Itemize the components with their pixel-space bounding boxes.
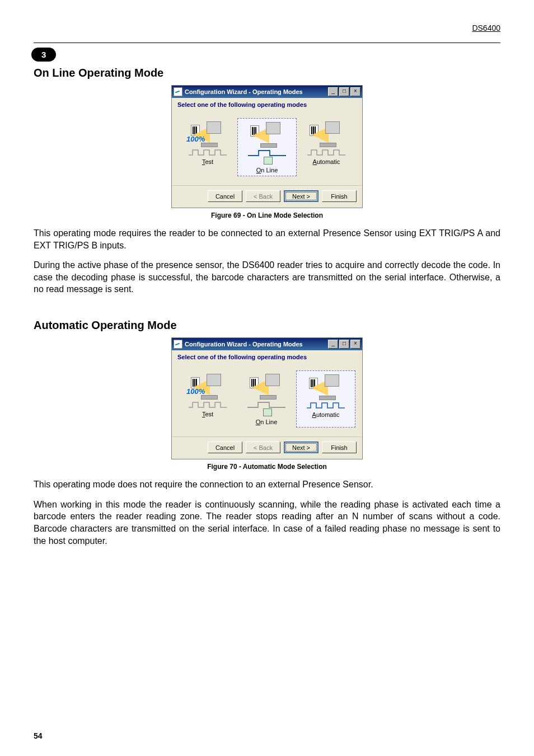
test-percent: 100% bbox=[186, 135, 205, 143]
mode-label-online: On Line bbox=[239, 167, 295, 173]
maximize-button[interactable]: □ bbox=[339, 87, 349, 96]
back-button[interactable]: < Back bbox=[246, 442, 280, 453]
page-number: 54 bbox=[34, 731, 43, 740]
mode-label-online: On Line bbox=[238, 419, 294, 425]
wizard-subtitle: Select one of the following operating mo… bbox=[177, 354, 357, 360]
finish-button[interactable]: Finish bbox=[322, 190, 357, 202]
section2-para1: This operating mode does not require the… bbox=[34, 478, 500, 491]
wizard-automatic: Configuration Wizard - Operating Modes _… bbox=[171, 337, 363, 459]
cancel-button[interactable]: Cancel bbox=[208, 442, 242, 453]
mode-option-automatic[interactable]: Automatic bbox=[297, 118, 355, 176]
mode-label-test: Test bbox=[180, 158, 236, 165]
mode-option-automatic[interactable]: Automatic bbox=[296, 370, 355, 428]
wizard-online: Configuration Wizard - Operating Modes _… bbox=[171, 85, 363, 208]
section-automatic-title: Automatic Operating Mode bbox=[34, 319, 500, 332]
chapter-badge: 3 bbox=[31, 48, 56, 62]
sensor-icon bbox=[263, 408, 272, 416]
pulse-icon bbox=[247, 401, 286, 408]
wizard-subtitle: Select one of the following operating mo… bbox=[177, 101, 357, 108]
wizard-titlebar: Configuration Wizard - Operating Modes _… bbox=[172, 86, 362, 98]
wizard-title: Configuration Wizard - Operating Modes bbox=[185, 88, 327, 95]
figure-70-caption: Figure 70 - Automatic Mode Selection bbox=[34, 463, 500, 471]
wizard-titlebar: Configuration Wizard - Operating Modes _… bbox=[172, 338, 362, 350]
finish-button[interactable]: Finish bbox=[322, 442, 357, 453]
pulse-icon bbox=[307, 148, 346, 156]
figure-69: Configuration Wizard - Operating Modes _… bbox=[34, 85, 500, 219]
app-icon bbox=[174, 340, 182, 349]
close-button[interactable]: × bbox=[350, 340, 360, 349]
wizard-title: Configuration Wizard - Operating Modes bbox=[185, 341, 327, 348]
pulse-icon bbox=[188, 148, 227, 156]
pulse-icon bbox=[188, 401, 227, 408]
minimize-button[interactable]: _ bbox=[328, 87, 338, 96]
next-button[interactable]: Next > bbox=[284, 190, 318, 202]
next-button[interactable]: Next > bbox=[284, 442, 318, 453]
mode-option-test[interactable]: 100% Test bbox=[179, 370, 237, 428]
test-percent: 100% bbox=[186, 387, 205, 396]
mode-label-test: Test bbox=[180, 411, 236, 417]
figure-70: Configuration Wizard - Operating Modes _… bbox=[34, 337, 500, 471]
figure-69-caption: Figure 69 - On Line Mode Selection bbox=[34, 212, 500, 219]
pulse-icon bbox=[306, 401, 345, 409]
back-button[interactable]: < Back bbox=[246, 190, 280, 202]
header-rule: 3 bbox=[34, 43, 500, 43]
close-button[interactable]: × bbox=[350, 87, 360, 96]
section1-para2: During the active phase of the presence … bbox=[34, 259, 500, 295]
mode-option-online[interactable]: On Line bbox=[237, 118, 297, 176]
doc-model: DS6400 bbox=[472, 24, 500, 32]
minimize-button[interactable]: _ bbox=[328, 340, 338, 349]
mode-option-test[interactable]: 100% Test bbox=[179, 118, 237, 176]
mode-label-automatic: Automatic bbox=[298, 158, 354, 165]
maximize-button[interactable]: □ bbox=[339, 340, 349, 349]
pulse-icon bbox=[247, 149, 287, 157]
sensor-icon bbox=[264, 157, 273, 165]
section1-para1: This operating mode requires the reader … bbox=[34, 227, 500, 251]
mode-label-automatic: Automatic bbox=[298, 411, 354, 418]
mode-option-online[interactable]: On Line bbox=[237, 370, 296, 428]
cancel-button[interactable]: Cancel bbox=[208, 190, 242, 202]
app-icon bbox=[174, 87, 182, 96]
section-online-title: On Line Operating Mode bbox=[34, 67, 500, 79]
section2-para2: When working in this mode the reader is … bbox=[34, 499, 500, 547]
